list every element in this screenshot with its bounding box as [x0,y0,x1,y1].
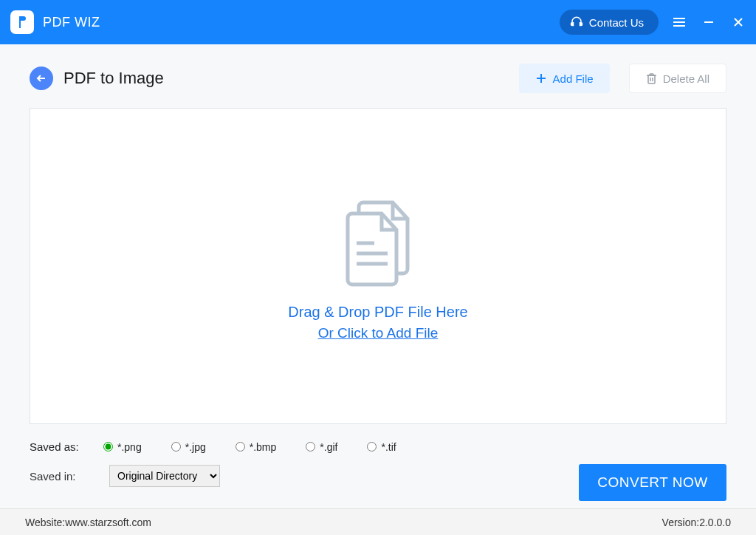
back-button[interactable] [30,67,53,90]
version-label: Version: [662,517,700,528]
format-radio-input[interactable] [236,442,245,451]
close-icon [733,17,743,27]
dropzone-text-secondary: Or Click to Add File [318,325,439,341]
saved-in-label: Saved in: [30,470,92,483]
arrow-left-icon [36,73,47,84]
page-title: PDF to Image [63,69,164,88]
directory-select[interactable]: Original Directory [109,465,220,487]
format-radio-label: *.bmp [250,441,277,453]
documents-icon [330,191,426,287]
format-radio-input[interactable] [367,442,377,451]
add-file-button[interactable]: Add File [519,64,610,93]
file-drop-zone[interactable]: Drag & Drop PDF File Here Or Click to Ad… [30,108,726,424]
page-header: PDF to Image Add File Delete All [30,64,726,93]
titlebar: PDF WIZ Contact Us [0,0,756,44]
svg-rect-9 [648,75,655,84]
format-radio-label: *.png [117,441,142,453]
status-bar: Website: www.starzsoft.com Version: 2.0.… [0,508,756,535]
saved-as-row: Saved as: *.png*.jpg*.bmp*.gif*.tif [30,440,726,453]
format-radio-group: *.png*.jpg*.bmp*.gif*.tif [103,441,396,453]
format-radio-option[interactable]: *.gif [306,441,337,453]
format-radio-input[interactable] [171,442,181,451]
format-radio-option[interactable]: *.bmp [236,441,277,453]
minimize-icon [704,17,714,27]
plus-icon [535,72,547,84]
page-body: PDF to Image Add File Delete All [0,44,756,487]
trash-icon [646,72,657,84]
format-radio-label: *.tif [381,441,396,453]
format-radio-option[interactable]: *.png [103,441,142,453]
contact-us-label: Contact Us [589,16,644,29]
version-value: 2.0.0.0 [699,517,731,528]
website-label: Website: [25,517,65,528]
format-radio-option[interactable]: *.tif [367,441,396,453]
format-radio-option[interactable]: *.jpg [171,441,206,453]
contact-us-button[interactable]: Contact Us [560,10,659,35]
headset-icon [570,16,583,29]
convert-now-button[interactable]: CONVERT NOW [579,464,726,501]
app-logo [10,10,34,34]
format-radio-label: *.gif [320,441,337,453]
hamburger-menu-button[interactable] [672,15,687,30]
format-radio-input[interactable] [306,442,315,451]
delete-all-button[interactable]: Delete All [629,64,726,93]
add-file-label: Add File [553,72,594,85]
minimize-button[interactable] [701,15,716,30]
close-button[interactable] [731,15,746,30]
window-controls [672,15,746,30]
saved-as-label: Saved as: [30,440,92,453]
website-link[interactable]: www.starzsoft.com [65,517,151,528]
delete-all-label: Delete All [663,72,709,85]
format-radio-label: *.jpg [185,441,206,453]
hamburger-icon [673,17,685,27]
dropzone-text-primary: Drag & Drop PDF File Here [288,304,467,321]
logo-icon [15,15,30,30]
format-radio-input[interactable] [103,442,113,451]
app-title: PDF WIZ [43,15,100,30]
